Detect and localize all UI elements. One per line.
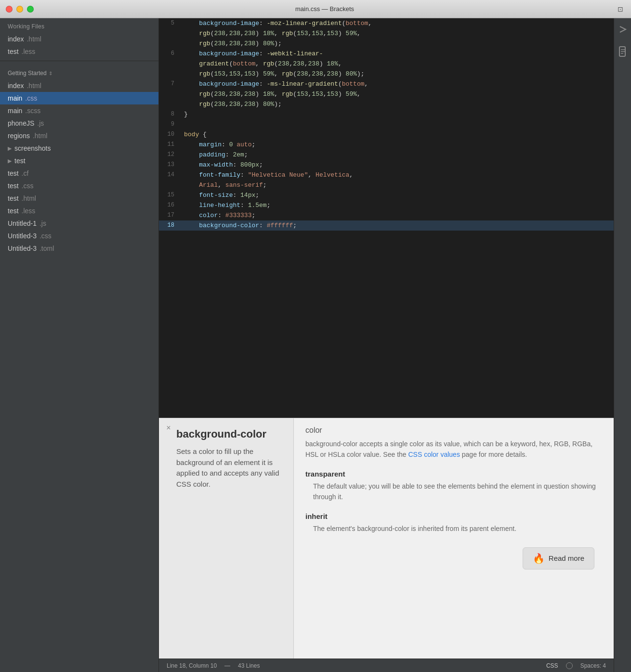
expand-icon[interactable]: ⊡ [616,4,625,14]
code-line-15: 15 font-size: 14px; [159,190,614,200]
sidebar-item-test-folder[interactable]: ▶ test [0,155,158,167]
tooltip-left-panel: background-color Sets a color to fill up… [159,418,294,659]
sidebar-item-screenshots-folder[interactable]: ▶ screenshots [0,142,158,155]
working-files-label: Working Files [0,18,158,33]
live-preview-icon[interactable] [616,22,630,37]
code-line-9: 9 [159,119,614,129]
sidebar-item-test-less[interactable]: test.less [0,205,158,217]
sidebar-item-regions-html[interactable]: regions.html [0,129,158,142]
read-more-container: 🔥 Read more [305,543,602,581]
sidebar-item-main-css[interactable]: main.css [0,92,158,104]
code-line-7b: rgb(238,238,238) 18%, rgb(153,153,153) 5… [159,89,614,99]
sidebar-item-phonejs[interactable]: phoneJS.js [0,117,158,129]
status-separator: — [224,662,230,669]
code-line-7c: rgb(238,238,238) 80%); [159,99,614,109]
maximize-button[interactable] [27,6,34,13]
sidebar-item-test-cf[interactable]: test.cf [0,167,158,180]
sidebar-item-test-less-working[interactable]: test.less [0,45,158,58]
code-line-14: 14 font-family: "Helvetica Neue", Helvet… [159,170,614,180]
sidebar-item-untitled1-js[interactable]: Untitled-1.js [0,217,158,230]
sidebar-item-test-html[interactable]: test.html [0,192,158,205]
right-icons-panel [614,18,631,672]
tooltip-description: Sets a color to fill up the background o… [176,446,282,490]
code-line-6c: rgb(153,153,153) 59%, rgb(238,238,238) 8… [159,69,614,79]
code-line-6: 6 background-image: -webkit-linear- [159,49,614,59]
tooltip-close-button[interactable]: × [164,423,173,433]
sidebar-item-untitled3-css[interactable]: Untitled-3.css [0,230,158,242]
sidebar-item-untitled3-toml[interactable]: Untitled-3.toml [0,242,158,255]
status-spaces: Spaces: 4 [580,662,606,669]
main-layout: Working Files index.html test.less Getti… [0,18,631,672]
code-line-13: 13 max-width: 800px; [159,160,614,170]
code-line-11: 11 margin: 0 auto; [159,140,614,150]
sidebar-item-test-css[interactable]: test.css [0,180,158,192]
editor-column: 5 background-image: -moz-linear-gradient… [159,18,614,672]
close-button[interactable] [6,6,13,13]
read-more-button[interactable]: 🔥 Read more [523,547,594,569]
traffic-lights[interactable] [6,6,34,13]
tooltip-value-transparent-desc: The default value; you will be able to s… [305,481,602,503]
status-position: Line 18, Column 10 [167,662,217,669]
code-line-12: 12 padding: 2em; [159,150,614,160]
sidebar: Working Files index.html test.less Getti… [0,18,159,672]
code-line-18: 18 background-color: #ffffff; [159,220,614,231]
sidebar-item-main-scss[interactable]: main.scss [0,104,158,117]
tooltip-value-inherit-title: inherit [305,512,602,520]
folder-arrow-screenshots: ▶ [8,145,12,152]
code-line-16: 16 line-height: 1.5em; [159,200,614,210]
sidebar-item-index-html[interactable]: index.html [0,79,158,92]
status-bar: Line 18, Column 10 — 43 Lines CSS Spaces… [159,659,614,672]
tooltip-right-description: background-color accepts a single color … [305,439,602,460]
read-more-icon: 🔥 [533,553,545,564]
code-line-6b: gradient(bottom, rgb(238,238,238) 18%, [159,59,614,69]
status-language: CSS [546,662,558,669]
file-icon[interactable] [616,44,630,59]
code-line-5: 5 background-image: -moz-linear-gradient… [159,18,614,28]
status-circle [566,662,573,669]
code-line-5c: rgb(238,238,238) 80%); [159,39,614,49]
code-line-8: 8 } [159,109,614,119]
getting-started-header[interactable]: Getting Started ⇕ [0,64,158,79]
getting-started-arrow: ⇕ [49,71,53,76]
window-title: main.css — Brackets [34,5,616,13]
getting-started-label: Getting Started [8,70,47,77]
minimize-button[interactable] [16,6,23,13]
folder-arrow-test: ▶ [8,158,12,164]
code-line-17: 17 color: #333333; [159,210,614,220]
status-lines-count: 43 Lines [238,662,260,669]
tooltip-value-inherit-desc: The element's background-color is inheri… [305,523,602,534]
tooltip-value-transparent-title: transparent [305,470,602,478]
css-color-values-link[interactable]: CSS color values [408,451,460,458]
tooltip-property-name: background-color [176,428,282,440]
tooltip-right-panel: color background-color accepts a single … [294,418,614,659]
read-more-label: Read more [549,554,584,562]
code-line-14b: Arial, sans-serif; [159,180,614,190]
code-line-7: 7 background-image: -ms-linear-gradient(… [159,79,614,89]
tooltip-panel: × background-color Sets a color to fill … [159,418,614,659]
sidebar-divider [0,61,158,61]
titlebar: main.css — Brackets ⊡ [0,0,631,18]
code-line-10: 10 body { [159,129,614,140]
tooltip-right-title: color [305,426,602,435]
sidebar-item-index-html-working[interactable]: index.html [0,33,158,45]
code-line-5b: rgb(238,238,238) 18%, rgb(153,153,153) 5… [159,28,614,39]
code-editor[interactable]: 5 background-image: -moz-linear-gradient… [159,18,614,418]
